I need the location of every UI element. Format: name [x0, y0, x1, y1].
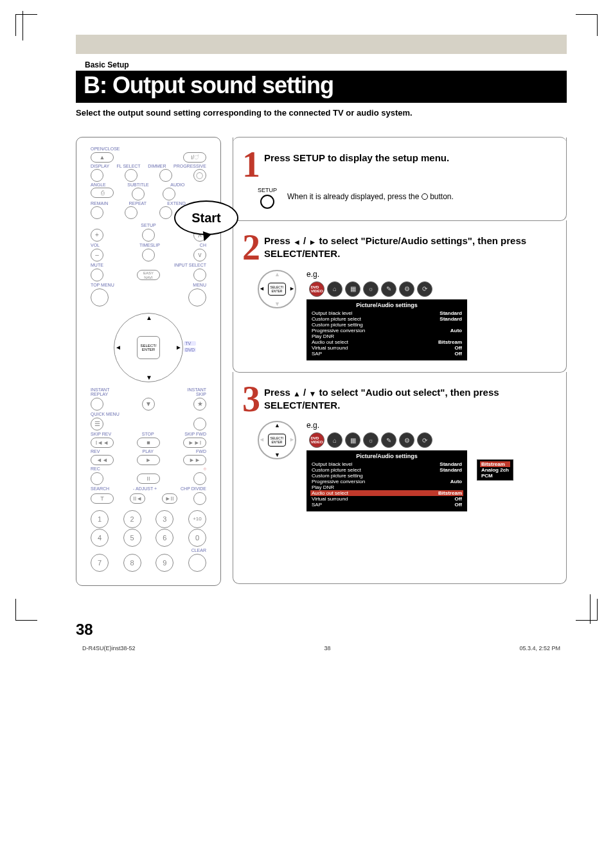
osd-title-3: Picture/Audio settings [310, 453, 463, 459]
vol-down-button: – [91, 249, 103, 261]
label-clear: CLEAR [191, 548, 206, 553]
page-title: B: Output sound setting [76, 71, 567, 103]
osd-row: Custom picture selectStandard [310, 316, 463, 322]
select-enter-button: SELECT/ENTER [137, 336, 160, 359]
eg-label-2: e.g. [306, 270, 555, 279]
step-1-number: 1 [242, 150, 260, 179]
label-timeslip: TIMESLIP [139, 243, 160, 247]
num-1-button: 1 [91, 510, 109, 528]
osd-row: Output black levelStandard [310, 310, 463, 316]
down-arrow-icon: ▼ [308, 389, 316, 400]
osd-icon-7: ⟳ [417, 281, 432, 297]
mini-left-icon: ◄ [259, 285, 265, 292]
label-chpdivide: CHP DIVIDE [181, 486, 206, 491]
osd-row: SAPOff [310, 351, 463, 357]
footer-timestamp: 05.3.4, 2:52 PM [519, 645, 560, 651]
search-button: T [91, 493, 114, 504]
fav-button [193, 418, 206, 430]
audio-button [163, 188, 175, 200]
step-2: 2 Press ◄ / ► to select "Picture/Audio s… [233, 220, 567, 373]
crop-mark-tr [576, 14, 598, 36]
stop-button: ■ [137, 438, 160, 448]
label-adjust: - ADJUST + [133, 486, 157, 491]
subtitle-button [132, 188, 145, 200]
eject-button: ▲ [91, 152, 114, 163]
breadcrumb: Basic Setup [85, 60, 567, 69]
label-subtitle: SUBTITLE [127, 182, 148, 187]
osd-row: Output black levelStandard [310, 461, 463, 467]
mini-down-icon: ▼ [274, 301, 280, 307]
osd-row: Virtual surroundOff [310, 345, 463, 351]
menu-button [188, 288, 206, 306]
stop-icon [422, 193, 428, 200]
content-row: OPEN/CLOSE ▲ I/ऺ DISPLAY FL SELECT DIMME… [76, 137, 567, 603]
instant-skip-button: ★ [193, 398, 206, 411]
dpad-up-icon: ▲ [146, 314, 152, 321]
play-button: ► [137, 455, 160, 465]
label-rev: REV [91, 449, 100, 454]
osd-row: Custom picture setting [310, 322, 463, 328]
label-ch: CH [200, 243, 206, 247]
mini-down-icon-3: ▼ [274, 452, 280, 458]
label-remain: REMAIN [91, 201, 108, 206]
osd-panel-2: Picture/Audio settings Output black leve… [306, 299, 467, 360]
label-mute: MUTE [91, 263, 103, 267]
osd-popup-item: Analog 2ch [480, 467, 510, 473]
step-2-title: Press ◄ / ► to select "Picture/Audio set… [264, 235, 555, 260]
crop-mark-br [576, 599, 598, 621]
label-play: PLAY [143, 449, 154, 454]
chpdivide-button [193, 492, 206, 505]
step-2-number: 2 [242, 233, 260, 262]
label-rec: REC [91, 466, 100, 471]
crop-mark-bl [15, 599, 37, 621]
label-angle: ANGLE [91, 182, 106, 187]
osd-panel-3: Picture/Audio settings Output black leve… [306, 450, 467, 511]
osd-icon-6: ⚙ [399, 281, 414, 297]
vol-up-button: + [91, 229, 103, 242]
start-callout: Start [174, 200, 238, 235]
osd-row: Play DNR [310, 484, 463, 490]
num-plus10-button: +10 [188, 510, 206, 528]
mini-up-icon: ▲ [274, 271, 280, 278]
footer-file: D-R4SU(E)inst38-52 [82, 645, 136, 651]
page-subtitle: Select the output sound setting correspo… [76, 108, 567, 118]
num-2-button: 2 [123, 510, 141, 528]
header-band [76, 35, 567, 54]
osd-title-2: Picture/Audio settings [310, 302, 463, 308]
adjust-plus-button: ►II [162, 493, 177, 504]
osd-icon-3-7: ⟳ [417, 432, 432, 448]
osd-popup-item: PCM [480, 473, 510, 479]
osd-icon-3-4: ☼ [363, 432, 378, 448]
osd-popup-item: Bitstream [480, 461, 510, 467]
rev-button: ◄◄ [91, 455, 114, 465]
rec-button [91, 472, 103, 485]
label-search: SEARCH [91, 486, 109, 491]
mini-select-enter-3: SELECT/ENTER [268, 434, 286, 447]
page: Basic Setup B: Output sound setting Sele… [0, 0, 613, 671]
num-9-button: 9 [155, 554, 173, 572]
osd-row: SAPOff [310, 502, 463, 508]
label-instant-skip: INSTANTSKIP [188, 387, 206, 396]
osd-icon-3-2: ⌂ [327, 432, 342, 448]
angle-button: ⎙ [91, 188, 114, 198]
label-instant-replay: INSTANTREPLAY [91, 387, 109, 396]
timeslip-button [142, 249, 155, 261]
osd-popup: BitstreamAnalog 2chPCM [477, 459, 513, 481]
dvd-video-icon: DVDVIDEO [309, 281, 324, 297]
footer: D-R4SU(E)inst38-52 38 05.3.4, 2:52 PM [76, 645, 567, 651]
osd-icon-5: ✎ [381, 281, 396, 297]
dpad: ▲ ▼ ◄ ► SELECT/ENTER TV DVD [110, 309, 187, 386]
rec-alt-button [193, 472, 206, 485]
adjust-minus-button: II◄ [130, 493, 145, 504]
mini-dpad-ud: ▲ ▼ ◄ ► SELECT/ENTER [258, 421, 296, 459]
osd-icon-3-5: ✎ [381, 432, 396, 448]
display-button [91, 169, 103, 182]
osd-tab-icons-2: DVDVIDEO ⌂ ▦ ☼ ✎ ⚙ ⟳ [309, 281, 555, 297]
pause-button: II [137, 474, 160, 484]
eg-label-3: e.g. [306, 421, 555, 430]
num-0-button: 0 [188, 529, 206, 547]
osd-row: Progressive conversionAuto [310, 328, 463, 333]
label-progressive: PROGRESSIVE [173, 164, 206, 168]
step-1-hint: When it is already displayed, press the … [287, 192, 454, 201]
setup-button-label: SETUP [258, 187, 277, 193]
